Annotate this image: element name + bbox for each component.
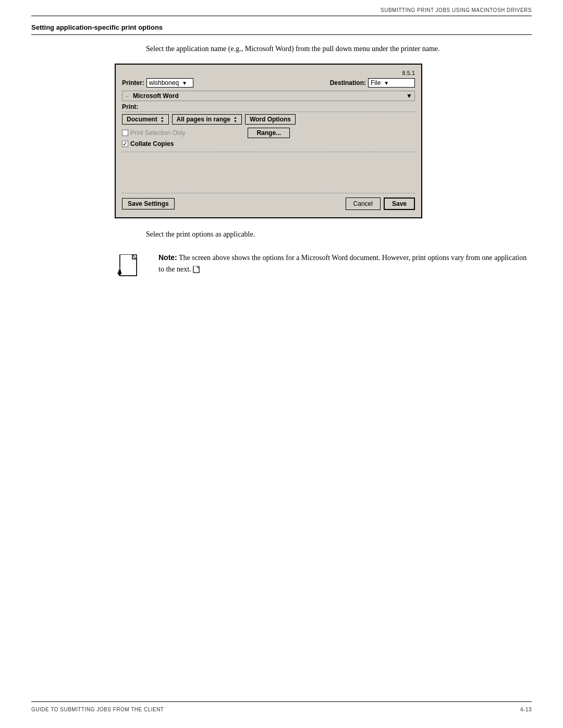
application-arrow-icon: ▼ (406, 92, 412, 100)
section-heading: Setting application-specific print optio… (31, 23, 532, 31)
destination-group: Destination: File ▼ (330, 78, 415, 88)
page-header: SUBMITTING PRINT JOBS USING MACINTOSH DR… (0, 7, 563, 13)
print-selection-row: Print Selection Only Range... (122, 128, 415, 138)
save-button[interactable]: Save (384, 198, 415, 210)
document-stepper-icon: ▲ ▼ (161, 116, 164, 123)
document-dropdown[interactable]: Document ▲ ▼ (122, 114, 169, 125)
application-row: ← Microsoft Word ▼ (122, 91, 415, 101)
print-dialog: 8.5.1 Printer: wishboneq ▼ Destination: … (115, 64, 422, 218)
note-label: Note: (158, 253, 177, 262)
dialog-version: 8.5.1 (122, 70, 415, 76)
main-content: Setting application-specific print optio… (31, 23, 532, 283)
pages-option-label: All pages in range (177, 116, 230, 123)
section-rule (31, 34, 532, 35)
inline-page-icon (193, 266, 201, 273)
printer-value: wishboneq (149, 79, 179, 87)
range-button[interactable]: Range... (248, 128, 290, 138)
collate-row: Collate Copies (122, 140, 415, 147)
note-body: The screen above shows the options for a… (158, 254, 527, 273)
printer-arrow-icon: ▼ (182, 80, 187, 86)
printer-row: Printer: wishboneq ▼ Destination: File ▼ (122, 78, 415, 88)
destination-value: File (371, 79, 381, 87)
footer-rule (31, 701, 532, 702)
dialog-footer-right: Cancel Save (346, 198, 415, 210)
note-text: Note: The screen above shows the options… (158, 252, 532, 275)
footer-right: 4-13 (520, 707, 532, 712)
header-rule (31, 16, 532, 16)
destination-label: Destination: (330, 79, 366, 87)
dialog-blank-area (122, 152, 415, 193)
print-selection-checkbox-row: Print Selection Only (122, 129, 185, 137)
pages-stepper-icon: ▲ ▼ (234, 116, 237, 123)
document-option-label: Document (127, 116, 157, 123)
destination-select[interactable]: File ▼ (368, 78, 415, 88)
after-dialog-text: Select the print options as applicable. (146, 229, 532, 240)
destination-arrow-icon: ▼ (384, 80, 389, 86)
app-indicator: ← (125, 93, 130, 99)
intro-paragraph: Select the application name (e.g., Micro… (146, 43, 532, 54)
note-svg-icon (115, 252, 146, 283)
print-label: Print: (122, 103, 415, 112)
save-settings-button[interactable]: Save Settings (122, 198, 175, 209)
collate-checkbox[interactable] (122, 141, 128, 147)
print-selection-label: Print Selection Only (130, 129, 185, 137)
note-icon (115, 252, 146, 283)
footer-left: GUIDE TO SUBMITTING JOBS FROM THE CLIENT (31, 707, 164, 712)
header-text: SUBMITTING PRINT JOBS USING MACINTOSH DR… (381, 7, 532, 13)
note-section: Note: The screen above shows the options… (115, 252, 532, 283)
application-label: Microsoft Word (133, 92, 406, 100)
printer-label: Printer: (122, 79, 144, 87)
print-options-row: Document ▲ ▼ All pages in range ▲ ▼ Word… (122, 114, 415, 125)
dialog-footer: Save Settings Cancel Save (122, 198, 415, 210)
collate-label: Collate Copies (130, 140, 174, 147)
cancel-button[interactable]: Cancel (346, 198, 381, 210)
pages-dropdown[interactable]: All pages in range ▲ ▼ (172, 114, 242, 125)
print-selection-checkbox[interactable] (122, 130, 128, 136)
printer-select[interactable]: wishboneq ▼ (146, 78, 193, 88)
page-footer: GUIDE TO SUBMITTING JOBS FROM THE CLIENT… (31, 707, 532, 712)
word-options-button[interactable]: Word Options (245, 114, 296, 125)
